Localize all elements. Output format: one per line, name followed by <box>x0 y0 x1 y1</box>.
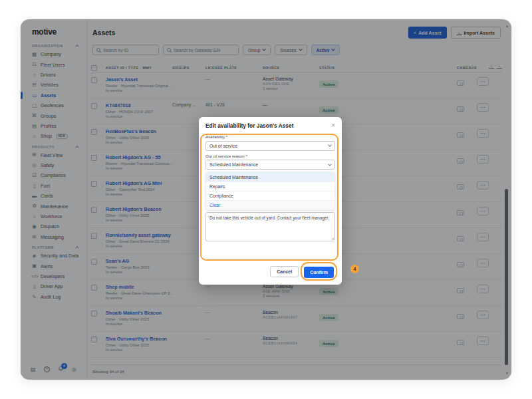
availability-label: Availability * <box>205 134 335 139</box>
chevron-down-icon <box>328 162 332 166</box>
modal-title: Edit availability for Jason's Asset <box>205 122 293 129</box>
reason-option-compliance[interactable]: Compliance <box>206 191 334 200</box>
confirm-button[interactable]: Confirm <box>304 267 334 278</box>
close-icon[interactable]: × <box>331 122 335 129</box>
chevron-down-icon <box>328 143 332 147</box>
edit-availability-modal: Edit availability for Jason's Asset × Av… <box>199 117 342 285</box>
availability-select[interactable]: Out of service <box>205 141 335 151</box>
note-text: Do not take this vehicle out of yard. Co… <box>209 215 329 220</box>
cancel-button[interactable]: Cancel <box>270 266 299 277</box>
availability-value: Out of service <box>209 144 237 148</box>
reason-options-listbox: Scheduled MaintenanceRepairsComplianceCl… <box>205 172 335 210</box>
modal-body: Availability * Out of service Out of ser… <box>199 132 342 241</box>
reason-value: Scheduled Maintenance <box>209 162 258 167</box>
reason-select[interactable]: Scheduled Maintenance <box>205 160 335 170</box>
reason-option-scheduled-maintenance[interactable]: Scheduled Maintenance <box>206 172 334 182</box>
reason-option-repairs[interactable]: Repairs <box>206 182 334 191</box>
resize-handle-icon[interactable]: ◢ <box>331 235 334 241</box>
modal-header: Edit availability for Jason's Asset × <box>199 117 342 132</box>
app-window: motive ORGANIZATION▦Company⊡Fleet Users○… <box>20 19 512 380</box>
modal-footer: Cancel Confirm <box>199 259 342 285</box>
confirm-button-wrap: Confirm <box>304 265 334 278</box>
step-badge: 4 <box>350 265 359 273</box>
note-textarea[interactable]: Do not take this vehicle out of yard. Co… <box>205 212 335 241</box>
reason-label: Out of service reason * <box>205 154 335 158</box>
reason-clear-option[interactable]: Clear <box>206 200 334 209</box>
